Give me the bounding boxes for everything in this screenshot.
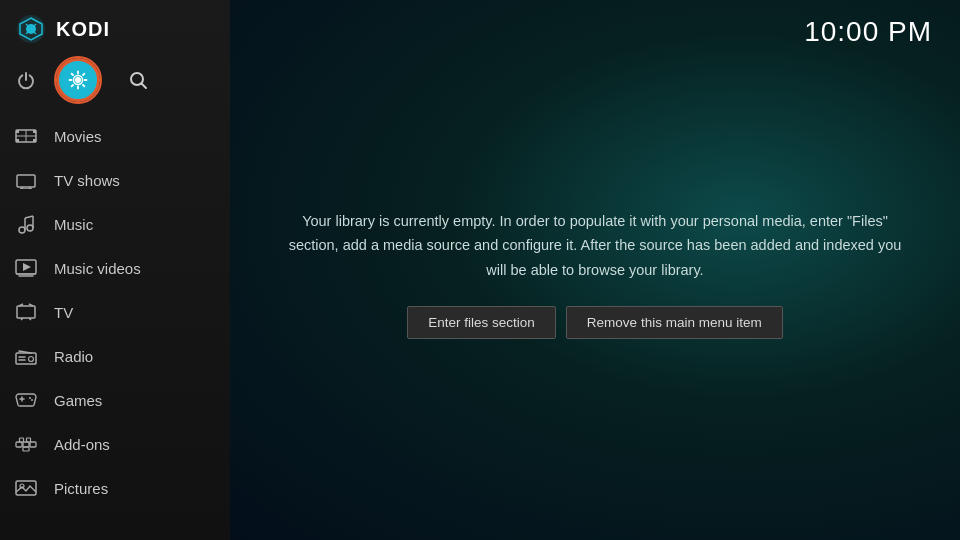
sidebar-item-tv[interactable]: TV bbox=[0, 290, 230, 334]
svg-rect-46 bbox=[23, 442, 29, 447]
tv-label: TV bbox=[54, 304, 73, 321]
tvshows-label: TV shows bbox=[54, 172, 120, 189]
radio-icon bbox=[14, 344, 38, 368]
svg-rect-15 bbox=[33, 139, 36, 142]
svg-point-23 bbox=[27, 225, 33, 231]
remove-menu-item-button[interactable]: Remove this main menu item bbox=[566, 306, 783, 339]
games-icon bbox=[14, 388, 38, 412]
settings-button[interactable] bbox=[56, 58, 100, 102]
svg-line-10 bbox=[142, 84, 147, 89]
time-display: 10:00 PM bbox=[804, 16, 932, 48]
musicvideos-icon bbox=[14, 256, 38, 280]
svg-rect-51 bbox=[16, 481, 36, 495]
games-label: Games bbox=[54, 392, 102, 409]
sidebar-item-movies[interactable]: Movies bbox=[0, 114, 230, 158]
sidebar-item-radio[interactable]: Radio bbox=[0, 334, 230, 378]
movies-icon bbox=[14, 124, 38, 148]
tvshows-icon bbox=[14, 168, 38, 192]
sidebar-item-music[interactable]: Music bbox=[0, 202, 230, 246]
svg-rect-12 bbox=[16, 130, 19, 133]
app-title: KODI bbox=[56, 18, 110, 41]
svg-point-43 bbox=[29, 397, 31, 399]
search-button[interactable] bbox=[122, 64, 154, 96]
svg-point-7 bbox=[75, 77, 81, 83]
app-header: KODI bbox=[0, 0, 230, 54]
sidebar-item-musicvideos[interactable]: Music videos bbox=[0, 246, 230, 290]
main-content: 10:00 PM Your library is currently empty… bbox=[230, 0, 960, 540]
addons-icon bbox=[14, 432, 38, 456]
content-area: Your library is currently empty. In orde… bbox=[230, 48, 960, 540]
main-navigation: Movies TV shows bbox=[0, 114, 230, 540]
svg-rect-45 bbox=[16, 442, 22, 447]
enter-files-section-button[interactable]: Enter files section bbox=[407, 306, 556, 339]
svg-rect-14 bbox=[16, 139, 19, 142]
svg-point-44 bbox=[31, 399, 33, 401]
movies-label: Movies bbox=[54, 128, 102, 145]
sidebar: KODI bbox=[0, 0, 230, 540]
sidebar-item-tvshows[interactable]: TV shows bbox=[0, 158, 230, 202]
empty-library-message: Your library is currently empty. In orde… bbox=[285, 209, 905, 283]
kodi-logo-icon bbox=[16, 14, 46, 44]
svg-marker-30 bbox=[23, 263, 31, 271]
music-label: Music bbox=[54, 216, 93, 233]
top-bar: 10:00 PM bbox=[230, 0, 960, 48]
svg-rect-31 bbox=[17, 306, 35, 318]
tv-icon bbox=[14, 300, 38, 324]
musicvideos-label: Music videos bbox=[54, 260, 141, 277]
radio-label: Radio bbox=[54, 348, 93, 365]
pictures-icon bbox=[14, 476, 38, 500]
sidebar-item-pictures[interactable]: Pictures bbox=[0, 466, 230, 510]
sidebar-toolbar bbox=[0, 54, 230, 114]
pictures-label: Pictures bbox=[54, 480, 108, 497]
svg-point-37 bbox=[29, 357, 34, 362]
addons-label: Add-ons bbox=[54, 436, 110, 453]
svg-point-22 bbox=[19, 227, 25, 233]
svg-line-26 bbox=[25, 216, 33, 218]
svg-rect-47 bbox=[30, 442, 36, 447]
sidebar-item-addons[interactable]: Add-ons bbox=[0, 422, 230, 466]
sidebar-item-games[interactable]: Games bbox=[0, 378, 230, 422]
music-icon bbox=[14, 212, 38, 236]
svg-rect-18 bbox=[17, 175, 35, 187]
power-button[interactable] bbox=[10, 64, 42, 96]
action-buttons: Enter files section Remove this main men… bbox=[407, 306, 782, 339]
svg-rect-13 bbox=[33, 130, 36, 133]
